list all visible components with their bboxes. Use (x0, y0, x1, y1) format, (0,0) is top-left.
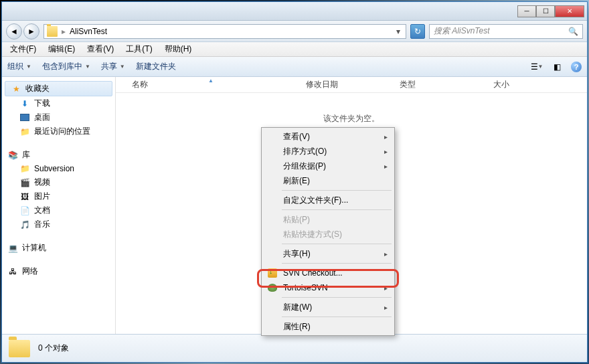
network-label: 网络 (22, 266, 38, 277)
submenu-arrow-icon: ▸ (384, 148, 388, 155)
favorites-group: ★ 收藏夹 ⬇ 下载 桌面 📁 最近访问的位置 (2, 81, 115, 139)
organize-button[interactable]: 组织 ▼ (7, 61, 31, 72)
ctx-view[interactable]: 查看(V)▸ (263, 129, 393, 144)
breadcrumb-path[interactable]: AliSvnTest (70, 27, 107, 36)
search-placeholder: 搜索 AliSvnTest (434, 25, 490, 37)
column-size[interactable]: 大小 (485, 79, 552, 90)
back-button[interactable]: ◄ (6, 23, 22, 39)
library-icon: 📚 (7, 150, 18, 161)
close-button[interactable]: ✕ (555, 5, 584, 17)
sidebar-item-desktop[interactable]: 桌面 (2, 110, 115, 124)
libraries-header[interactable]: 📚 库 (2, 148, 115, 162)
ctx-paste: 粘贴(P) (263, 212, 393, 227)
computer-label: 计算机 (22, 242, 46, 254)
column-name[interactable]: 名称 ▲ (124, 79, 298, 90)
ctx-paste-label: 粘贴(P) (283, 214, 310, 225)
column-name-label: 名称 (132, 80, 148, 89)
forward-button[interactable]: ► (23, 23, 39, 39)
ctx-group-label: 分组依据(P) (283, 161, 326, 172)
sidebar-item-recent[interactable]: 📁 最近访问的位置 (2, 124, 115, 139)
menu-tools[interactable]: 工具(T) (120, 42, 157, 56)
ctx-separator (282, 209, 392, 210)
dropdown-icon: ▼ (85, 64, 90, 70)
back-arrow-icon: ◄ (10, 27, 18, 36)
ctx-customize-label: 自定义文件夹(F)... (283, 195, 348, 206)
context-menu: 查看(V)▸ 排序方式(O)▸ 分组依据(P)▸ 刷新(E) 自定义文件夹(F)… (261, 127, 395, 336)
address-bar[interactable]: ▸ AliSvnTest ▾ (44, 24, 406, 39)
computer-group: 💻 计算机 (2, 241, 115, 255)
new-folder-button[interactable]: 新建文件夹 (136, 61, 176, 72)
libraries-group: 📚 库 📁 Subversion 🎬 视频 🖼 图片 📄 文档 (2, 148, 115, 232)
sort-indicator-icon: ▲ (208, 78, 214, 84)
ctx-svn-checkout[interactable]: SVN Checkout... (263, 266, 393, 280)
subversion-icon: 📁 (19, 163, 30, 174)
ctx-tortoisesvn[interactable]: TortoiseSVN ▸ (263, 280, 393, 295)
search-icon: 🔍 (568, 27, 578, 36)
organize-label: 组织 (7, 61, 23, 72)
ctx-paste-shortcut: 粘贴快捷方式(S) (263, 227, 393, 242)
network-icon: 🖧 (7, 266, 18, 277)
ctx-svn-checkout-label: SVN Checkout... (283, 268, 343, 278)
sidebar-item-downloads[interactable]: ⬇ 下载 (2, 96, 115, 110)
sidebar-item-computer[interactable]: 💻 计算机 (2, 241, 115, 255)
download-icon: ⬇ (19, 98, 30, 109)
ctx-properties[interactable]: 属性(R) (263, 319, 393, 334)
ctx-separator (282, 244, 392, 244)
maximize-button[interactable]: ☐ (536, 5, 555, 17)
sidebar-item-music[interactable]: 🎵 音乐 (2, 217, 115, 232)
subversion-label: Subversion (34, 164, 74, 173)
document-icon: 📄 (19, 205, 30, 216)
help-button[interactable]: ? (571, 62, 582, 72)
ctx-customize[interactable]: 自定义文件夹(F)... (263, 193, 393, 207)
favorites-header[interactable]: ★ 收藏夹 (5, 81, 112, 96)
column-date[interactable]: 修改日期 (298, 79, 392, 90)
menu-edit[interactable]: 编辑(E) (43, 42, 80, 56)
toolbar: 组织 ▼ 包含到库中 ▼ 共享 ▼ 新建文件夹 ☰ ▼ ◧ ? (2, 57, 587, 77)
window-controls: ─ ☐ ✕ (517, 5, 584, 17)
sidebar-item-subversion[interactable]: 📁 Subversion (2, 162, 115, 175)
view-options-button[interactable]: ☰ ▼ (531, 61, 543, 73)
menu-view[interactable]: 查看(V) (82, 42, 119, 56)
ctx-view-label: 查看(V) (283, 131, 310, 143)
libraries-label: 库 (22, 149, 30, 161)
breadcrumb-separator: ▸ (62, 27, 66, 36)
music-icon: 🎵 (19, 219, 30, 230)
submenu-arrow-icon: ▸ (384, 250, 388, 258)
sidebar-item-pictures[interactable]: 🖼 图片 (2, 189, 115, 203)
refresh-button[interactable]: ↻ (410, 24, 425, 39)
ctx-new[interactable]: 新建(W)▸ (263, 300, 393, 314)
sidebar-item-network[interactable]: 🖧 网络 (2, 264, 115, 278)
status-bar: 0 个对象 (2, 334, 587, 362)
menubar: 文件(F) 编辑(E) 查看(V) 工具(T) 帮助(H) (2, 42, 587, 57)
ctx-sort-label: 排序方式(O) (283, 146, 327, 157)
ctx-share-label: 共享(H) (283, 248, 311, 260)
pane-icon: ◧ (554, 62, 561, 72)
sidebar-item-documents[interactable]: 📄 文档 (2, 203, 115, 217)
status-folder-icon (9, 340, 30, 357)
address-dropdown-icon[interactable]: ▾ (394, 27, 403, 36)
ctx-group[interactable]: 分组依据(P)▸ (263, 159, 393, 173)
include-library-button[interactable]: 包含到库中 ▼ (42, 61, 90, 72)
submenu-arrow-icon: ▸ (384, 163, 388, 170)
ctx-separator (282, 263, 392, 264)
ctx-separator (282, 316, 392, 317)
share-button[interactable]: 共享 ▼ (101, 61, 125, 72)
minimize-button[interactable]: ─ (517, 5, 536, 17)
nav-buttons: ◄ ► (6, 23, 39, 39)
navigation-sidebar: ★ 收藏夹 ⬇ 下载 桌面 📁 最近访问的位置 📚 (2, 77, 116, 334)
ctx-refresh-label: 刷新(E) (283, 175, 310, 187)
refresh-icon: ↻ (414, 27, 421, 36)
recent-label: 最近访问的位置 (34, 126, 90, 137)
menu-file[interactable]: 文件(F) (5, 42, 41, 56)
ctx-refresh[interactable]: 刷新(E) (263, 173, 393, 188)
ctx-share[interactable]: 共享(H)▸ (263, 246, 393, 261)
sidebar-item-videos[interactable]: 🎬 视频 (2, 175, 115, 189)
menu-help[interactable]: 帮助(H) (159, 42, 197, 56)
ctx-sort[interactable]: 排序方式(O)▸ (263, 144, 393, 159)
preview-pane-button[interactable]: ◧ (551, 61, 563, 73)
submenu-arrow-icon: ▸ (384, 133, 388, 141)
new-folder-label: 新建文件夹 (136, 61, 176, 72)
search-input[interactable]: 搜索 AliSvnTest 🔍 (429, 24, 583, 39)
column-type[interactable]: 类型 (392, 79, 485, 90)
toolbar-right: ☰ ▼ ◧ ? (531, 61, 582, 73)
